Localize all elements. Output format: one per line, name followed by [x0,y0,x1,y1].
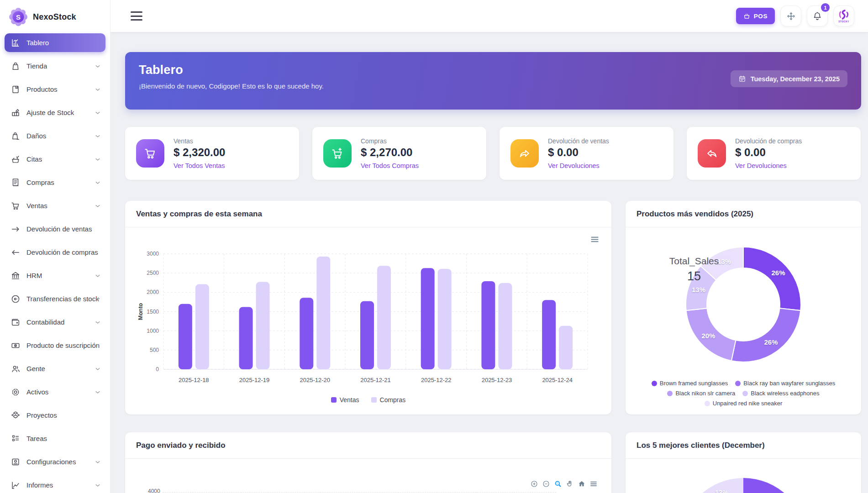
welcome-banner: Tablero ¡Bienvenido de nuevo, Codigope! … [125,52,861,110]
chevron-down-icon [95,86,101,93]
reports-trend-icon [11,480,21,490]
pos-label: POS [754,13,768,20]
arrow-right-icon [11,224,21,234]
legend-label: Compras [380,396,406,404]
sidebar-item-danos[interactable]: Daños [5,126,105,145]
svg-text:2025-12-18: 2025-12-18 [179,377,209,383]
stat-card-devolucion-compras: Devolución de compras$ 0.00Ver Devolucio… [687,127,861,180]
clients-pie-chart[interactable]: 13% [626,459,861,493]
stat-value: $ 0.00 [548,146,609,159]
pie-chart-shape [680,478,806,493]
legend-item[interactable]: Black ray ban wayfarer sunglasses [735,380,835,387]
svg-text:2000: 2000 [147,289,159,295]
sales-purchases-chart-card: Ventas y compras de esta semana 05001000… [125,201,611,414]
notifications-button[interactable]: 1 [807,5,828,26]
sidebar-item-gente[interactable]: Gente [5,359,105,378]
forward-arrow-icon [510,139,539,168]
legend-item[interactable]: Compras [371,396,406,404]
stock-adjust-icon [11,108,21,118]
hamburger-menu-icon[interactable] [131,11,142,21]
legend-swatch [705,401,710,406]
sidebar-item-tareas[interactable]: Tareas [5,429,105,448]
stat-value: $ 2,270.00 [361,146,419,159]
sidebar-item-proyectos[interactable]: Proyectos [5,406,105,425]
sales-cart-icon [11,201,21,211]
sidebar-item-devolucion-de-ventas[interactable]: Devolución de ventas [5,220,105,238]
sidebar-item-label: Devolución de compras [26,248,98,256]
donut-chart[interactable]: 26%26%20%13%13% [675,236,812,373]
legend-label: Black nikon slr camera [675,390,735,397]
stats-row: Ventas$ 2,320.00Ver Todos VentasCompras$… [125,127,861,180]
legend-item[interactable]: Black nikon slr camera [667,390,735,397]
products-book-icon [11,84,21,94]
svg-text:2025-12-19: 2025-12-19 [239,377,270,383]
chevron-down-icon [95,203,101,209]
sidebar-item-ajuste-de-stock[interactable]: Ajuste de Stock [5,103,105,122]
stat-link[interactable]: Ver Todos Compras [361,162,419,169]
brand-name: NexoStock [33,12,76,22]
sidebar-item-label: Contabilidad [26,318,64,326]
chevron-down-icon [95,273,101,279]
date-chip[interactable]: Tuesday, December 23, 2025 [731,70,847,87]
chart-title: Productos más vendidos (2025) [626,201,861,227]
sidebar-item-compras[interactable]: Compras [5,173,105,192]
stat-card-ventas: Ventas$ 2,320.00Ver Todos Ventas [125,127,299,180]
legend-item[interactable]: Black wireless eadphones [742,390,819,397]
sidebar-item-activos[interactable]: Activos [5,383,105,401]
chevron-down-icon [95,179,101,186]
nexostock-logo-icon: S [9,8,27,26]
sidebar-item-producto-de-suscripcion[interactable]: Producto de suscripción [5,336,105,355]
stat-value: $ 2,320.00 [174,146,225,159]
legend-item[interactable]: Ventas [331,396,359,404]
dashboard-icon [11,38,21,48]
sidebar-item-hrm[interactable]: HRM [5,266,105,285]
stocky-logo-icon [838,10,849,20]
stat-value: $ 0.00 [735,146,802,159]
sidebar-item-informes[interactable]: Informes [5,476,105,493]
legend-item[interactable]: Unpaired red nike sneaker [705,400,782,407]
stat-label: Compras [361,137,419,145]
legend-item[interactable]: Brown framed sunglasses [652,380,728,387]
settings-drive-icon [11,457,21,467]
sidebar-item-configuraciones[interactable]: Configuraciones [5,452,105,471]
stat-link[interactable]: Ver Devoluciones [548,162,609,169]
sidebar: S NexoStock TableroTiendaProductosAjuste… [0,0,110,493]
svg-text:2500: 2500 [147,270,159,276]
chevron-down-icon [95,133,101,139]
svg-text:20%: 20% [701,332,715,340]
projects-box-icon [11,410,21,420]
sidebar-item-label: Daños [26,132,46,140]
sidebar-item-devolucion-de-compras[interactable]: Devolución de compras [5,243,105,262]
sidebar-item-label: Ventas [26,202,47,210]
sidebar-item-tienda[interactable]: Tienda [5,57,105,75]
sidebar-item-label: Producto de suscripción [26,341,100,349]
transfer-circle-icon [11,294,21,304]
sidebar-item-contabilidad[interactable]: Contabilidad [5,313,105,331]
svg-text:2025-12-23: 2025-12-23 [482,377,512,383]
fullscreen-button[interactable] [780,5,801,26]
chevron-down-icon [95,63,101,69]
store-bag-icon [11,61,21,71]
stat-link[interactable]: Ver Todos Ventas [174,162,225,169]
stat-label: Ventas [174,137,225,145]
donut-chart-legend: Brown framed sunglassesBlack ray ban way… [631,380,856,407]
payments-chart[interactable]: 4000 [125,432,611,493]
svg-text:2025-12-20: 2025-12-20 [300,377,331,383]
legend-swatch [371,397,377,403]
reply-arrow-icon [698,139,726,168]
sidebar-item-label: Tareas [26,435,47,442]
brand: S NexoStock [0,0,110,32]
legend-label: Unpaired red nike sneaker [713,400,782,407]
calendar-icon [738,75,746,83]
pos-button[interactable]: POS [736,8,775,24]
sidebar-item-tablero[interactable]: Tablero [5,33,105,52]
sidebar-item-productos[interactable]: Productos [5,80,105,99]
stat-link[interactable]: Ver Devoluciones [735,162,802,169]
sidebar-item-citas[interactable]: Citas [5,150,105,168]
sidebar-item-transferencias-de-stock[interactable]: Transferencias de stock [5,289,105,308]
arrow-left-icon [11,247,21,257]
topbar: POS 1 [110,0,868,32]
user-avatar[interactable]: STOCKY [833,5,854,26]
sidebar-item-ventas[interactable]: Ventas [5,196,105,215]
legend-swatch [742,391,748,396]
